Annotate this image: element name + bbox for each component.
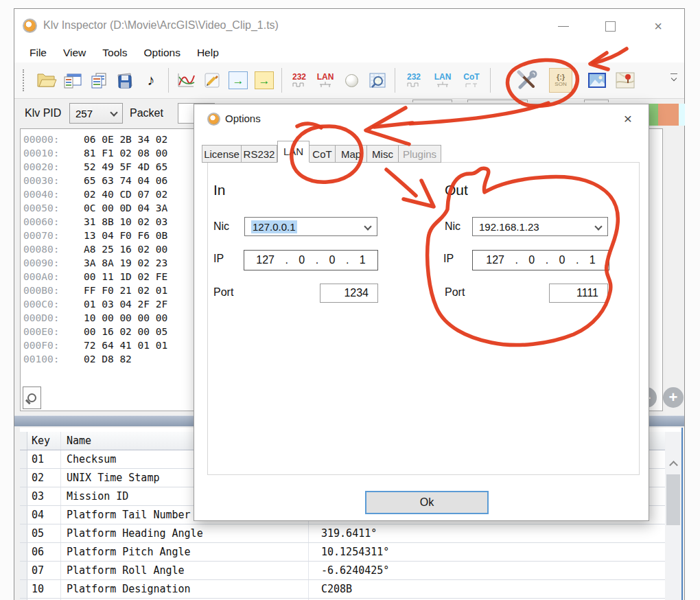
sliver-salmon (658, 104, 679, 126)
lan-in-toggle[interactable]: LAN (312, 66, 338, 95)
row-key: 07 (27, 562, 61, 579)
window-title: Klv Inspector (D:\Movie\ArcGIS\Video_Cli… (43, 19, 279, 32)
in-ip-field[interactable]: 127 . 0 . 0 . 1 (244, 250, 378, 270)
tools-icon (516, 70, 538, 91)
chevron-up-icon (669, 461, 678, 470)
send-packet-button[interactable]: → (225, 66, 251, 95)
toolbar-grip[interactable] (23, 69, 27, 91)
menu-help[interactable]: Help (189, 45, 227, 61)
close-icon: × (654, 19, 662, 34)
klv-music-button[interactable]: ♪ (138, 66, 164, 95)
options-tools-button[interactable] (511, 66, 543, 95)
packet-view-button[interactable] (60, 66, 86, 95)
hex-search-button[interactable] (23, 386, 41, 409)
menu-bar: File View Tools Options Help (14, 43, 684, 62)
row-name: Platform Pitch Angle (61, 543, 309, 561)
chart-button[interactable] (173, 66, 199, 95)
rs232-out-toggle[interactable]: 232 (399, 66, 428, 95)
row-gutter (20, 580, 27, 598)
export-arrow-icon: → (255, 71, 274, 89)
tab-lan[interactable]: LAN (277, 141, 310, 163)
send-arrow-icon: → (229, 71, 248, 89)
zoom-in-button[interactable]: + (663, 387, 684, 408)
tab-map[interactable]: Map (336, 145, 367, 163)
close-icon: × (624, 111, 632, 127)
in-port-label: Port (213, 286, 233, 299)
chevron-down-icon (364, 222, 371, 230)
options-dialog-title: Options (225, 113, 261, 124)
map-button[interactable] (611, 66, 639, 95)
table-row[interactable]: 06 Platform Pitch Angle 10.1254311° (20, 543, 681, 562)
menu-tools[interactable]: Tools (94, 45, 135, 61)
overflow-bar-icon (670, 73, 677, 74)
key-column-header[interactable]: Key (27, 432, 61, 450)
scroll-up-button[interactable] (665, 455, 681, 472)
copy-packets-button[interactable] (86, 66, 112, 95)
hex-address: 000D0: (23, 311, 84, 325)
edit-packet-button[interactable] (199, 66, 225, 95)
close-button[interactable]: × (644, 16, 672, 36)
maximize-button[interactable] (596, 16, 624, 36)
table-row[interactable]: 05 Platform Heading Angle 319.6411° (20, 524, 681, 543)
menu-file[interactable]: File (21, 45, 55, 61)
toolbar-overflow-button[interactable] (669, 73, 679, 84)
menu-view[interactable]: View (55, 45, 94, 61)
hex-address: 00060: (23, 215, 84, 229)
minimize-button[interactable] (550, 16, 577, 36)
tab-license[interactable]: License (202, 145, 242, 163)
row-gutter (20, 450, 27, 468)
tab-rs232[interactable]: RS232 (242, 145, 277, 163)
hex-bytes: A8 25 16 02 00 (84, 244, 167, 255)
hex-bytes: 10 00 00 00 00 (84, 312, 167, 323)
screenshot-button[interactable] (584, 66, 610, 95)
hex-address: 00070: (23, 229, 84, 242)
out-nic-select[interactable]: 192.168.1.23 (472, 217, 608, 236)
packet-zoom-button[interactable] (364, 66, 390, 95)
table-row[interactable]: 07 Platform Roll Angle -6.6240425° (20, 562, 681, 580)
hex-address: 000A0: (23, 270, 84, 284)
row-key: 01 (27, 450, 61, 468)
scrollbar-thumb[interactable] (666, 474, 680, 525)
in-nic-select[interactable]: 127.0.0.1 (244, 217, 377, 236)
in-port-field[interactable]: 1234 (320, 284, 378, 303)
cot-out-toggle[interactable]: CoT (457, 66, 486, 95)
row-key: 04 (27, 506, 61, 524)
hex-address: 00010: (23, 146, 84, 160)
tab-cot[interactable]: CoT (310, 145, 336, 163)
led-indicator (338, 66, 364, 95)
minimize-icon (558, 26, 569, 27)
rs232-in-toggle[interactable]: 232 (286, 66, 312, 95)
cot-glyph-icon (465, 82, 478, 88)
in-nic-label: Nic (213, 220, 229, 233)
hex-bytes: 13 04 F0 F6 0B (84, 230, 167, 241)
json-export-button[interactable]: {:} SON (547, 66, 574, 95)
out-port-field[interactable]: 1111 (549, 284, 608, 303)
hex-bytes: 3A 8A 19 02 23 (84, 257, 167, 268)
export-packet-button[interactable]: → (251, 66, 277, 95)
table-row[interactable]: 10 Platform Designation C208B (20, 580, 681, 599)
chevron-down-icon (594, 222, 602, 230)
row-gutter (20, 469, 27, 487)
klv-pid-value: 257 (75, 108, 93, 119)
klv-pid-select[interactable]: 257 (69, 103, 123, 124)
save-button[interactable] (112, 66, 138, 95)
out-ip-field[interactable]: 127 . 0 . 0 . 1 (472, 250, 609, 270)
tab-plugins[interactable]: Plugins (399, 145, 441, 163)
open-folder-icon (36, 72, 57, 89)
row-gutter (20, 432, 27, 450)
dialog-close-button[interactable]: × (618, 110, 638, 128)
menu-options[interactable]: Options (136, 45, 189, 61)
tab-misc[interactable]: Misc (367, 145, 399, 163)
lan-out-toggle[interactable]: LAN (428, 66, 457, 95)
ok-button[interactable]: Ok (365, 491, 489, 514)
row-value: C208B (309, 580, 681, 598)
hex-address: 00050: (23, 201, 84, 215)
picture-icon (587, 71, 607, 89)
row-gutter (20, 543, 27, 561)
lan-tab-panel: In Nic 127.0.0.1 IP 127 . 0 . 0 . 1 Port… (207, 162, 640, 475)
hex-bytes: 02 40 CD 07 02 (84, 189, 167, 200)
open-file-button[interactable] (34, 66, 60, 95)
table-scrollbar[interactable] (665, 432, 681, 600)
hex-bytes: 65 63 74 04 06 (84, 175, 167, 186)
in-section-header: In (213, 182, 226, 198)
